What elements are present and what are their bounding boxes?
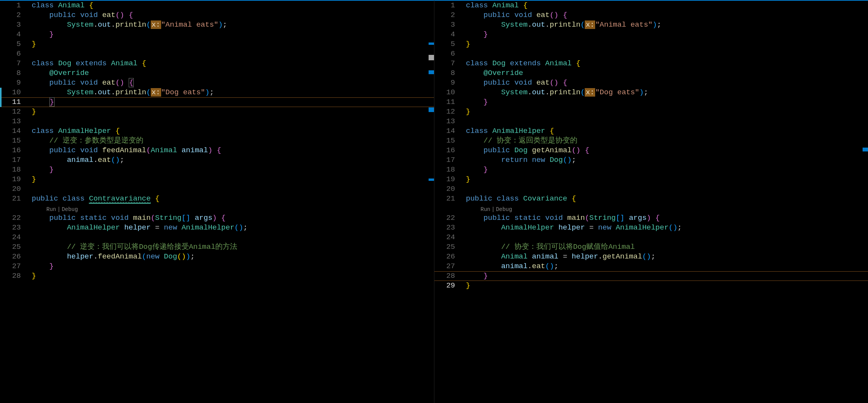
line-number: 15	[434, 136, 461, 146]
line-number: 2	[434, 10, 461, 20]
code-line: }	[466, 107, 868, 117]
code-line: }	[32, 175, 434, 184]
code-line: System.out.println(x:"Animal eats");	[466, 20, 868, 30]
code-line: // 协变：我们可以将Dog赋值给Animal	[466, 242, 868, 252]
code-line	[32, 49, 434, 59]
line-number: 18	[434, 165, 461, 175]
editor-pane-right[interactable]: 1234567891011121314151617181920212223242…	[434, 0, 868, 403]
code-line: }	[32, 97, 434, 107]
code-line: @Override	[466, 68, 868, 78]
line-number: 26	[0, 252, 26, 262]
code-line: public void eat() {	[466, 78, 868, 88]
code-line	[32, 117, 434, 126]
code-line: class AnimalHelper {	[32, 126, 434, 136]
code-line: Animal animal = helper.getAnimal();	[466, 252, 868, 262]
code-line: public static void main(String[] args) {	[32, 213, 434, 223]
line-number: 2	[0, 10, 26, 20]
line-number: 7	[434, 59, 461, 68]
code-line: public class Covariance {	[466, 194, 868, 204]
line-number: 7	[0, 59, 26, 68]
code-line	[466, 117, 868, 126]
line-number: 20	[0, 184, 26, 194]
code-area-left[interactable]: class Animal { public void eat() { Syste…	[32, 1, 434, 281]
line-number: 13	[434, 117, 461, 126]
line-number-gutter: 1234567891011121314151617181920212223242…	[434, 1, 461, 291]
code-line	[466, 184, 868, 194]
code-line: public void eat() {	[32, 78, 434, 88]
line-number: 23	[0, 223, 26, 233]
code-line: return new Dog();	[466, 155, 868, 165]
line-number: 14	[0, 126, 26, 136]
line-number: 28	[0, 271, 26, 281]
code-line: }	[32, 271, 434, 281]
split-editor: 1234567891011121314151617181920212223242…	[0, 0, 868, 403]
code-line: }	[466, 39, 868, 49]
line-number: 1	[434, 1, 461, 10]
line-number: 28	[434, 271, 461, 281]
line-number: 21	[0, 194, 26, 204]
line-number: 17	[434, 155, 461, 165]
line-number: 29	[434, 281, 461, 291]
code-line: helper.feedAnimal(new Dog());	[32, 252, 434, 262]
codelens-debug[interactable]: Debug	[62, 206, 78, 213]
line-number: 20	[434, 184, 461, 194]
code-line: }	[466, 97, 868, 107]
code-line: AnimalHelper helper = new AnimalHelper()…	[32, 223, 434, 233]
line-number: 5	[434, 39, 461, 49]
codelens-debug[interactable]: Debug	[496, 206, 512, 213]
code-line: System.out.println(x:"Animal eats");	[32, 20, 434, 30]
code-line: AnimalHelper helper = new AnimalHelper()…	[466, 223, 868, 233]
line-number: 11	[0, 97, 26, 107]
code-line: System.out.println(x:"Dog eats");	[466, 88, 868, 97]
editor-pane-left[interactable]: 1234567891011121314151617181920212223242…	[0, 0, 434, 403]
param-hint: x:	[151, 20, 161, 29]
codelens-run[interactable]: Run	[481, 206, 490, 213]
code-line: // 协变：返回类型是协变的	[466, 136, 868, 146]
line-number: 17	[0, 155, 26, 165]
code-line: }	[32, 39, 434, 49]
code-line: class Dog extends Animal {	[466, 59, 868, 68]
code-line	[466, 49, 868, 59]
code-line: }	[32, 262, 434, 271]
line-number: 24	[0, 233, 26, 242]
line-number: 8	[434, 68, 461, 78]
line-number: 21	[434, 194, 461, 204]
code-line: // 逆变：参数类型是逆变的	[32, 136, 434, 146]
code-line: class Animal {	[466, 1, 868, 10]
line-number: 9	[434, 78, 461, 88]
codelens[interactable]: Run|Debug	[46, 204, 78, 213]
line-number: 27	[434, 262, 461, 271]
line-number-gutter: 1234567891011121314151617181920212223242…	[0, 1, 26, 281]
minimap-left[interactable]	[429, 1, 434, 403]
code-line: }	[466, 175, 868, 184]
param-hint: x:	[585, 20, 595, 29]
code-line: }	[466, 281, 868, 291]
codelens-row: Run|Debug	[466, 204, 868, 213]
code-line: }	[466, 165, 868, 175]
code-line: }	[32, 30, 434, 39]
line-number: 6	[0, 49, 26, 59]
line-number: 4	[0, 30, 26, 39]
code-line: class AnimalHelper {	[466, 126, 868, 136]
code-line: class Animal {	[32, 1, 434, 10]
line-number: 4	[434, 30, 461, 39]
code-line: System.out.println(x:"Dog eats");	[32, 88, 434, 97]
code-line: }	[32, 165, 434, 175]
code-line: public static void main(String[] args) {	[466, 213, 868, 223]
line-number: 11	[434, 97, 461, 107]
line-number: 16	[0, 146, 26, 155]
line-number: 22	[0, 213, 26, 223]
line-number: 18	[0, 165, 26, 175]
codelens[interactable]: Run|Debug	[481, 204, 512, 213]
minimap-right[interactable]	[863, 1, 868, 403]
code-area-right[interactable]: class Animal { public void eat() { Syste…	[466, 1, 868, 291]
line-number: 15	[0, 136, 26, 146]
line-number: 13	[0, 117, 26, 126]
codelens-run[interactable]: Run	[46, 206, 56, 213]
code-line: }	[466, 271, 868, 281]
line-number: 1	[0, 1, 26, 10]
line-number: 3	[434, 20, 461, 30]
code-line: public Dog getAnimal() {	[466, 146, 868, 155]
code-line: public void feedAnimal(Animal animal) {	[32, 146, 434, 155]
line-number: 16	[434, 146, 461, 155]
